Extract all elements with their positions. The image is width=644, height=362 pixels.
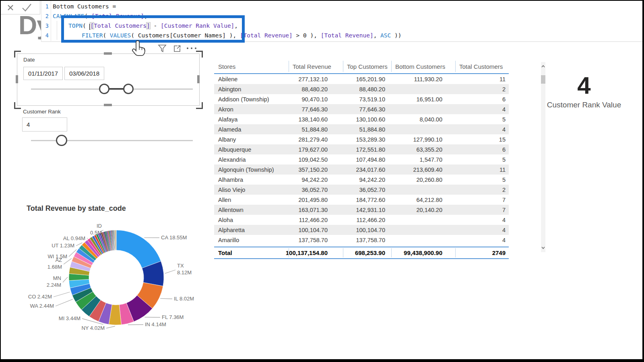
formula-token: ASC [380,32,391,39]
column-separator [343,248,343,257]
cancel-x-icon[interactable] [6,3,15,12]
table-cell: 4 [455,215,509,225]
table-row[interactable]: Alexandria109,042.50107,494.801,547.705 [214,154,509,165]
table-cell: 357,150.20 [289,165,343,175]
table-cell: 77,646.30 [289,104,343,114]
formula-token: > 0 ), [293,32,321,39]
scroll-up-icon[interactable] [541,64,545,68]
donut-slice-CA[interactable] [116,230,161,268]
column-separator [391,61,392,72]
scroll-down-icon[interactable] [541,246,545,250]
formula-code-line[interactable]: Bottom Customers = [53,2,116,10]
rank-slider-handle[interactable] [56,135,67,146]
table-cell [391,235,455,245]
donut-chart-title: Total Revenue by state_code [27,204,126,213]
date-slicer-selection-frame [17,53,200,106]
table-cell: Alameda [214,124,289,134]
table-cell: Abington [214,84,289,94]
table-row[interactable]: Alpharetta100,104.70100,104.704 [214,225,509,235]
dax-formula-editor[interactable]: 1Bottom Customers =2CALCULATE( [Total Re… [41,1,642,42]
scrollbar-thumb[interactable] [541,75,545,84]
accent-divider [214,258,509,259]
resize-handle-left[interactable] [16,75,18,83]
rank-value-input[interactable]: 4 [22,117,67,132]
table-row[interactable]: Abington88,480.2088,480.202 [214,84,509,94]
table-cell: 112,466.20 [343,215,391,225]
table-row[interactable]: Abilene277,132.10165,201.90111,930.2011 [214,74,509,84]
table-cell: 137,758.70 [289,235,343,245]
table-row[interactable]: Aloha112,466.20112,466.204 [214,215,509,225]
rank-slicer-title: Customer Rank [23,109,61,115]
donut-label-MI: MI 3.44M [59,315,80,321]
column-header[interactable]: Total Revenue [289,60,343,73]
formula-token: [Total Revenue] [321,32,374,39]
table-total-row: Total100,137,154.80698,253.9099,438,900.… [214,247,509,258]
table-cell: 277,132.10 [289,74,343,84]
filter-icon[interactable] [158,44,167,53]
focus-mode-icon[interactable] [173,44,181,53]
column-separator [455,248,456,257]
table-row[interactable]: Alameda51,884.8051,884.804 [214,124,509,134]
table-cell: 184,772.60 [343,195,391,205]
table-cell: Aliso Viejo [214,185,289,195]
formula-token: )) [391,32,401,39]
table-cell: 4 [455,235,509,245]
table-cell: 6 [455,144,509,154]
table-cell: 2 [455,185,509,195]
table-cell: 94,242.20 [343,175,391,185]
donut-label-WA: WA 2.44M [30,303,54,309]
table-cell: 88,480.20 [289,84,343,94]
table-row[interactable]: Allen201,495.80184,772.6064,212.807 [214,195,509,205]
table-cell: 201,495.80 [289,195,343,205]
table-row[interactable]: Aliso Viejo36,052.7036,052.702 [214,185,509,195]
column-header[interactable]: Top Customers [343,60,391,73]
table-row[interactable]: Albuquerque179,627.00172,551.8063,355.20… [214,144,509,154]
table-cell: 20,260.80 [391,175,455,185]
table-cell: Alpharetta [214,225,289,235]
table-row[interactable]: Allentown163,071.30142,931.1020,140.207 [214,205,509,215]
donut-label-UT: UT 1.23M [52,243,74,249]
commit-check-icon[interactable] [20,2,33,13]
table-row[interactable]: Alafaya138,140.60130,100.608,040.005 [214,114,509,124]
donut-label-ID: ID0.5M [90,223,102,236]
column-separator [391,248,392,257]
table-cell: 100,104.70 [289,225,343,235]
column-header[interactable]: Total Customers [455,60,509,73]
table-cell: 7 [455,205,509,215]
resize-handle-tl[interactable] [14,51,21,58]
column-header[interactable]: Stores [214,60,289,73]
table-cell: 15 [455,134,509,144]
card-label: Customer Rank Value [532,101,636,109]
table-cell: 179,627.00 [289,144,343,154]
resize-handle-br[interactable] [196,102,203,109]
table-cell: 111,930.20 [391,74,455,84]
formula-line-number: 4 [41,31,49,39]
resize-handle-right[interactable] [197,75,200,83]
column-header[interactable]: Bottom Customers [391,60,455,73]
formula-line-number: 1 [41,2,49,10]
label-leader-line [63,277,68,282]
resize-handle-bottom[interactable] [104,104,112,106]
table-cell [391,185,455,195]
table-row[interactable]: Algonquin (Township)357,150.20234,017.60… [214,165,509,175]
table-cell: Abilene [214,74,289,84]
more-options-icon[interactable] [185,46,199,51]
column-separator [289,248,289,257]
resize-handle-top[interactable] [104,52,112,55]
donut-label-FL: FL 7.36M [162,314,184,320]
table-row[interactable]: Albany281,279.40153,289.30127,990.1015 [214,134,509,144]
table-row[interactable]: Addison (Township)90,470.1073,519.1016,9… [214,94,509,104]
formula-token: [Total Revenue] [240,32,293,39]
rank-slider-track[interactable] [31,140,193,141]
resize-handle-tr[interactable] [196,51,203,58]
table-row[interactable]: Alhambra94,242.2094,242.2020,260.805 [214,175,509,185]
table-scrollbar[interactable] [541,62,545,252]
table-cell: 109,042.50 [289,154,343,165]
table-row[interactable]: Akron77,646.3077,646.304 [214,104,509,114]
donut-label-IL: IL 8.02M [174,296,194,302]
table-row[interactable]: Amarillo137,758.70137,758.704 [214,235,509,245]
donut-chart[interactable]: CA 18.55MTX8.12MIL 8.02MFL 7.36MIN 4.14M… [17,202,209,337]
table-cell: 20,140.20 [391,205,455,215]
resize-handle-bl[interactable] [14,102,21,109]
label-leader-line [56,299,73,306]
